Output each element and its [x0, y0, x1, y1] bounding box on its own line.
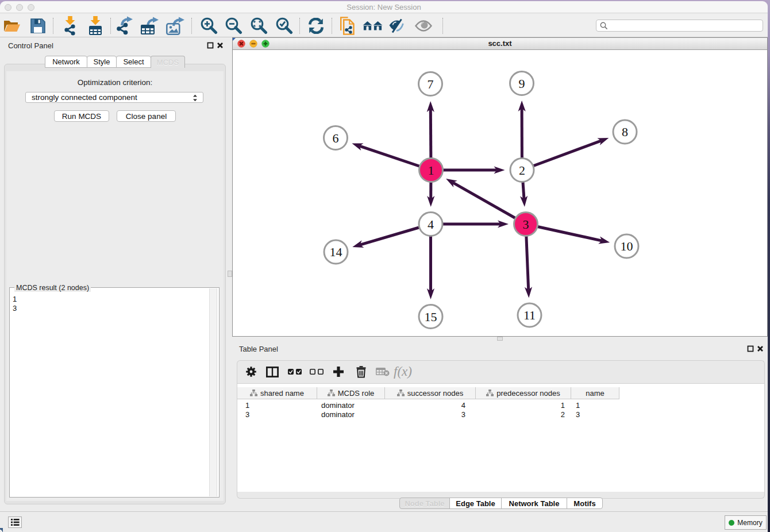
svg-text:2: 2	[519, 163, 525, 178]
svg-text:4: 4	[428, 217, 434, 232]
svg-text:9: 9	[519, 76, 525, 91]
svg-text:1: 1	[428, 163, 434, 178]
svg-text:14: 14	[330, 245, 342, 259]
svg-text:11: 11	[523, 308, 536, 322]
svg-text:6: 6	[333, 131, 339, 145]
svg-text:3: 3	[523, 217, 529, 232]
svg-text:15: 15	[425, 310, 437, 324]
svg-text:8: 8	[622, 125, 628, 139]
svg-text:7: 7	[428, 77, 434, 91]
svg-text:10: 10	[621, 239, 633, 253]
